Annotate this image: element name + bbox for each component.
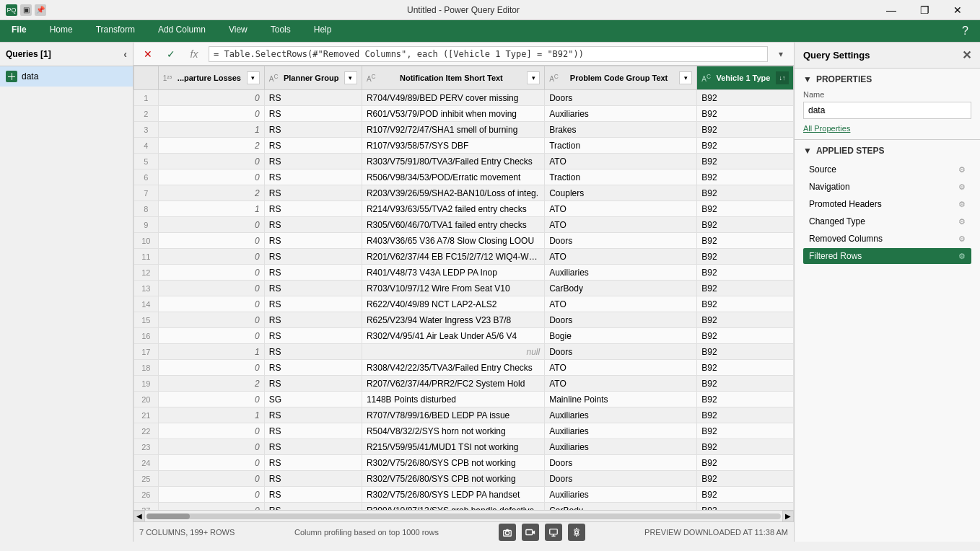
row-number: 5 [134, 154, 159, 169]
scroll-left-button[interactable]: ◀ [134, 511, 145, 522]
profiling-label: Column profiling based on top 1000 rows [294, 528, 439, 537]
step-left-5: Filtered Rows [809, 251, 862, 261]
cell-problem-code: ATO [545, 154, 697, 169]
query-name-input[interactable] [803, 102, 971, 119]
help-icon[interactable]: ? [950, 20, 980, 42]
cell-problem-code: Mainline Points [545, 392, 697, 407]
cell-losses: 0 [158, 169, 264, 185]
cell-planner: RS [264, 296, 362, 312]
tab-add-column[interactable]: Add Column [146, 20, 217, 42]
cell-losses: 0 [158, 296, 264, 312]
data-table-container[interactable]: 1²³ ...parture Losses ▾ AC Planner Group… [134, 66, 794, 510]
cell-planner: RS [264, 487, 362, 503]
row-number: 9 [134, 217, 159, 233]
step-left-1: Navigation [809, 182, 850, 192]
cell-notification: R601/V53/79/POD inhibit when moving [362, 106, 544, 122]
formula-cancel-button[interactable]: ✕ [139, 45, 157, 63]
cell-notification: R401/V48/73 V43A LEDP PA Inop [362, 265, 544, 281]
cell-planner: RS [264, 90, 362, 106]
step-item-promoted-headers[interactable]: Promoted Headers⚙ [803, 196, 971, 212]
camera-icon[interactable] [499, 524, 516, 541]
query-item-data[interactable]: data [0, 66, 133, 87]
cell-notification: R703/V10/97/12 Wire From Seat V10 [362, 281, 544, 296]
tab-file[interactable]: File [0, 20, 38, 42]
properties-arrow-icon: ▼ [803, 74, 812, 84]
col-header-vehicle[interactable]: AC Vehicle 1 Type ↓↑ [697, 66, 794, 90]
cell-problem-code: Bogie [545, 328, 697, 344]
formula-confirm-button[interactable]: ✓ [162, 45, 180, 63]
tab-tools[interactable]: Tools [259, 20, 302, 42]
col-filter-vehicle[interactable]: ↓↑ [776, 71, 789, 84]
cell-losses: 0 [158, 249, 264, 265]
col-header-problem[interactable]: AC Problem Code Group Text ▾ [545, 66, 697, 90]
step-gear-icon-3[interactable]: ⚙ [958, 217, 966, 226]
tab-home[interactable]: Home [38, 20, 84, 42]
cell-notification: R622/V40/49/89 NCT LAP2-ALS2 [362, 296, 544, 312]
col-header-planner[interactable]: AC Planner Group ▾ [264, 66, 362, 90]
step-gear-icon-2[interactable]: ⚙ [958, 200, 966, 209]
row-number: 17 [134, 344, 159, 360]
cell-problem-code: ATO [545, 296, 697, 312]
data-table: 1²³ ...parture Losses ▾ AC Planner Group… [134, 66, 794, 510]
cell-problem-code: ATO [545, 360, 697, 376]
step-item-removed-columns[interactable]: Removed Columns⚙ [803, 231, 971, 247]
row-number: 4 [134, 138, 159, 154]
col-header-notif[interactable]: AC Notification Item Short Text ▾ [362, 66, 544, 90]
tab-view[interactable]: View [217, 20, 259, 42]
table-row: 20RSR601/V53/79/POD inhibit when movingA… [134, 106, 794, 122]
step-item-filtered-rows[interactable]: Filtered Rows⚙ [803, 248, 971, 264]
step-item-changed-type[interactable]: Changed Type⚙ [803, 213, 971, 229]
cell-losses: 0 [158, 233, 264, 249]
step-item-source[interactable]: Source⚙ [803, 162, 971, 177]
row-number: 8 [134, 201, 159, 217]
cell-losses: 0 [158, 106, 264, 122]
queries-header: Queries [1] ‹ [0, 43, 133, 66]
col-filter-losses[interactable]: ▾ [247, 71, 260, 84]
col-filter-planner[interactable]: ▾ [344, 71, 357, 84]
step-gear-icon-5[interactable]: ⚙ [958, 252, 966, 261]
row-number: 13 [134, 281, 159, 296]
preview-label: PREVIEW DOWNLOADED AT 11:38 AM [644, 528, 788, 537]
col-type-icon-losses: 1²³ [163, 74, 172, 82]
collapse-panel-button[interactable]: ‹ [123, 48, 127, 60]
query-settings-close-button[interactable]: ✕ [962, 48, 971, 62]
col-filter-notif[interactable]: ▾ [527, 71, 540, 84]
step-item-navigation[interactable]: Navigation⚙ [803, 179, 971, 195]
applied-steps-header[interactable]: ▼ APPLIED STEPS [803, 146, 971, 156]
scroll-track[interactable] [146, 513, 781, 519]
minimize-button[interactable]: — [875, 0, 908, 20]
col-header-losses[interactable]: 1²³ ...parture Losses ▾ [158, 66, 264, 90]
screen-icon[interactable] [545, 524, 562, 541]
cell-problem-code: Doors [545, 344, 697, 360]
cell-notification: R707/V78/99/16/BED LEDP PA issue [362, 407, 544, 423]
cell-problem-code: ATO [545, 217, 697, 233]
properties-section-header[interactable]: ▼ PROPERTIES [803, 74, 971, 84]
step-gear-icon-1[interactable]: ⚙ [958, 182, 966, 192]
cell-vehicle-type: B92 [697, 201, 794, 217]
settings-icon[interactable] [568, 524, 585, 541]
formula-input[interactable] [209, 46, 768, 62]
scroll-thumb[interactable] [146, 513, 190, 519]
step-gear-icon-0[interactable]: ⚙ [958, 165, 966, 175]
row-number: 25 [134, 471, 159, 487]
cell-vehicle-type: B92 [697, 360, 794, 376]
col-filter-problem[interactable]: ▾ [679, 71, 692, 84]
grid-cell-3 [8, 77, 12, 81]
step-gear-icon-4[interactable]: ⚙ [958, 234, 966, 244]
all-properties-link[interactable]: All Properties [803, 124, 850, 133]
tab-transform[interactable]: Transform [84, 20, 146, 42]
cell-planner: RS [264, 217, 362, 233]
cell-vehicle-type: B92 [697, 312, 794, 328]
horizontal-scrollbar[interactable]: ◀ ▶ [134, 510, 794, 521]
video-icon[interactable] [522, 524, 539, 541]
window-title: Untitled - Power Query Editor [52, 5, 875, 15]
maximize-button[interactable]: ❐ [908, 0, 941, 20]
scroll-right-button[interactable]: ▶ [782, 511, 794, 522]
cell-notification: R403/V36/65 V36 A7/8 Slow Closing LOOU [362, 233, 544, 249]
row-number: 21 [134, 407, 159, 423]
col-name-vehicle: Vehicle 1 Type [714, 74, 773, 82]
tab-help[interactable]: Help [302, 20, 344, 42]
close-button[interactable]: ✕ [941, 0, 974, 20]
formula-expand-button[interactable]: ▾ [774, 47, 788, 61]
table-row: 160RSR302/V4/95/41 Air Leak Under A5/6 V… [134, 328, 794, 344]
